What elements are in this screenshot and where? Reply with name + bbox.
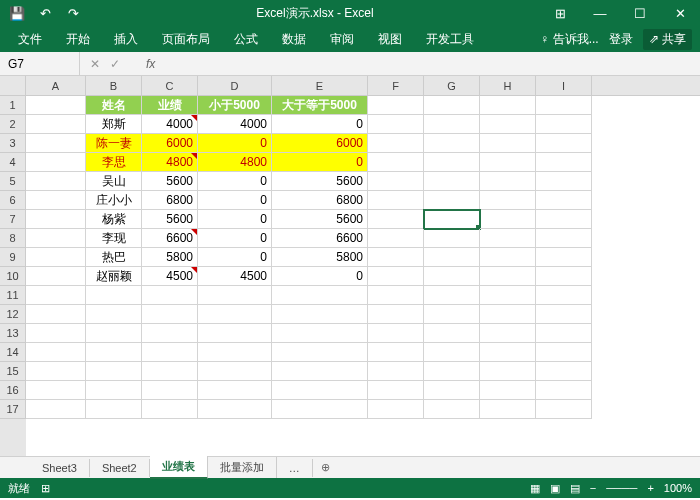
row-header-16[interactable]: 16 [0,381,26,400]
signin-link[interactable]: 登录 [609,31,633,48]
add-sheet-icon[interactable]: ⊕ [313,458,338,477]
cell[interactable] [272,381,368,400]
cell[interactable] [536,96,592,115]
cell[interactable] [480,343,536,362]
cell[interactable] [424,210,480,229]
close-icon[interactable]: ✕ [666,6,694,21]
cell[interactable] [368,343,424,362]
cell[interactable] [480,286,536,305]
cell[interactable]: 0 [198,229,272,248]
cell[interactable] [480,324,536,343]
cell[interactable]: 吴山 [86,172,142,191]
name-box[interactable]: G7 [0,52,80,75]
tab-formulas[interactable]: 公式 [224,28,268,51]
cell[interactable]: 6800 [272,191,368,210]
cell[interactable] [86,343,142,362]
cell[interactable] [86,286,142,305]
cell[interactable]: 热巴 [86,248,142,267]
ribbon-options-icon[interactable]: ⊞ [546,6,574,21]
cell[interactable] [368,248,424,267]
sheet-tab-active[interactable]: 业绩表 [150,456,208,479]
col-header-H[interactable]: H [480,76,536,95]
cell[interactable] [480,115,536,134]
cell[interactable] [536,248,592,267]
select-all-corner[interactable] [0,76,26,95]
cell[interactable] [272,343,368,362]
cell[interactable] [26,305,86,324]
cell[interactable] [368,229,424,248]
cell[interactable] [142,381,198,400]
maximize-icon[interactable]: ☐ [626,6,654,21]
cell[interactable] [480,362,536,381]
cell[interactable] [26,172,86,191]
cell[interactable] [26,286,86,305]
row-header-1[interactable]: 1 [0,96,26,115]
cell[interactable]: 6800 [142,191,198,210]
cell[interactable] [368,172,424,191]
cell[interactable] [424,400,480,419]
cell[interactable] [480,153,536,172]
view-layout-icon[interactable]: ▣ [550,482,560,495]
cell[interactable]: 赵丽颖 [86,267,142,286]
cell[interactable] [480,248,536,267]
tab-file[interactable]: 文件 [8,28,52,51]
tab-review[interactable]: 审阅 [320,28,364,51]
cell[interactable] [26,400,86,419]
cell[interactable] [26,153,86,172]
cell[interactable]: 0 [198,134,272,153]
cell[interactable] [26,248,86,267]
cell[interactable] [424,305,480,324]
row-header-15[interactable]: 15 [0,362,26,381]
cell[interactable]: 0 [272,153,368,172]
cell[interactable]: 李现 [86,229,142,248]
view-normal-icon[interactable]: ▦ [530,482,540,495]
cell[interactable] [368,267,424,286]
cell[interactable] [536,267,592,286]
row-header-5[interactable]: 5 [0,172,26,191]
cell[interactable] [142,362,198,381]
cell[interactable] [86,305,142,324]
cell[interactable]: 0 [198,172,272,191]
cell[interactable] [424,172,480,191]
cell[interactable] [26,381,86,400]
cell[interactable] [480,400,536,419]
cell[interactable] [536,210,592,229]
col-header-F[interactable]: F [368,76,424,95]
row-header-11[interactable]: 11 [0,286,26,305]
col-header-D[interactable]: D [198,76,272,95]
cell[interactable] [86,362,142,381]
tell-me[interactable]: ♀ 告诉我... [540,31,598,48]
row-header-17[interactable]: 17 [0,400,26,419]
row-header-7[interactable]: 7 [0,210,26,229]
cell[interactable]: 0 [272,115,368,134]
cell[interactable] [272,400,368,419]
cell[interactable] [86,381,142,400]
cell[interactable] [26,362,86,381]
cell[interactable] [26,343,86,362]
cell[interactable] [424,267,480,286]
row-header-14[interactable]: 14 [0,343,26,362]
cell[interactable] [424,115,480,134]
cell[interactable] [368,362,424,381]
cell[interactable]: 4500 [142,267,198,286]
cell[interactable] [368,153,424,172]
cell[interactable] [480,305,536,324]
cell[interactable] [480,96,536,115]
confirm-icon[interactable]: ✓ [110,57,120,71]
row-header-8[interactable]: 8 [0,229,26,248]
redo-icon[interactable]: ↷ [62,4,84,22]
cell[interactable] [26,191,86,210]
cell[interactable]: 5800 [272,248,368,267]
row-header-13[interactable]: 13 [0,324,26,343]
cell[interactable] [368,191,424,210]
cell[interactable] [480,191,536,210]
cell[interactable] [424,134,480,153]
sheet-tab-sheet3[interactable]: Sheet3 [30,459,90,477]
cell[interactable] [26,115,86,134]
cell[interactable]: 6600 [272,229,368,248]
cell[interactable] [272,286,368,305]
row-header-9[interactable]: 9 [0,248,26,267]
cell[interactable]: 大于等于5000 [272,96,368,115]
cell[interactable] [536,115,592,134]
zoom-level[interactable]: 100% [664,482,692,494]
